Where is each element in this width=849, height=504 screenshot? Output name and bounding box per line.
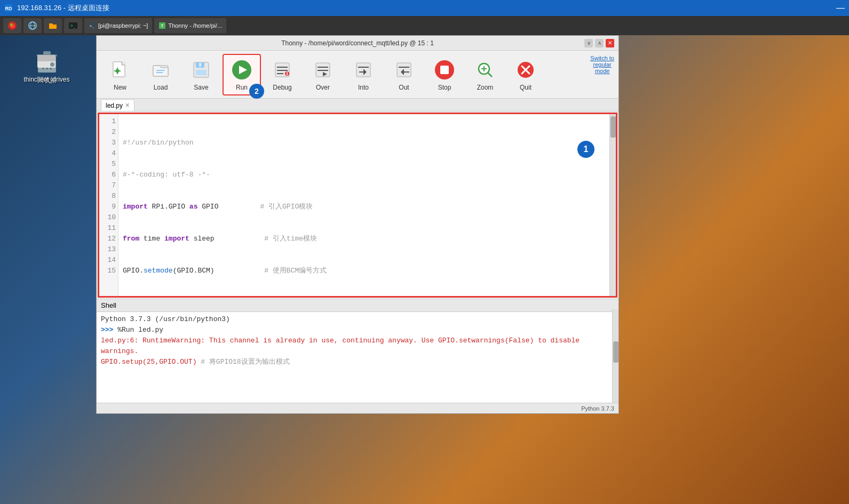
run-button[interactable]: Run 2 [223, 54, 261, 95]
svg-rect-51 [440, 66, 449, 74]
code-lines: #!/usr/bin/python #-*-coding: utf-8 -*- … [118, 114, 616, 298]
svg-rect-20 [37, 55, 55, 61]
editor-scrollbar[interactable] [609, 114, 616, 296]
code-line-4: from time import sleep # 引入time模块 [123, 234, 612, 244]
led-tab-close[interactable]: ✕ [125, 102, 130, 109]
into-icon [352, 58, 375, 82]
shell-header: Shell [97, 299, 618, 312]
raspberry-icon: 🍓 [7, 21, 17, 30]
svg-text:RD: RD [5, 6, 12, 11]
thonny-taskbar-button[interactable]: T Thonny - /home/pi/... [154, 18, 226, 33]
python-version: Python 3.7.3 [581, 405, 614, 412]
shell-content[interactable]: Python 3.7.3 (/usr/bin/python3) >>> %Run… [97, 312, 618, 403]
led-tab-label: led.py [106, 102, 123, 109]
svg-text:T: T [161, 23, 164, 28]
drive-desktop-icon[interactable]: thinclient_drives [21, 46, 72, 85]
load-icon [149, 58, 172, 82]
shell-line-4: GPIO.setup(25,GPIO.OUT) # 将GPIO18设置为输出模式 [101, 357, 614, 367]
code-line-1: #!/usr/bin/python [123, 138, 612, 148]
zoom-icon [473, 58, 497, 82]
out-icon [392, 58, 416, 82]
new-button[interactable]: New [101, 54, 139, 95]
svg-line-53 [488, 73, 492, 77]
thonny-expand-btn[interactable]: ∧ [595, 39, 604, 47]
save-label: Save [194, 84, 208, 91]
svg-rect-31 [196, 70, 207, 75]
run-label: Run [236, 84, 248, 91]
svg-text:🍓: 🍓 [9, 22, 16, 29]
code-line-2: #-*-coding: utf-8 -*- [123, 170, 612, 180]
svg-text:>_: >_ [90, 24, 94, 28]
thonny-window: Thonny - /home/pi/word/connect_mqtt/led.… [96, 35, 619, 414]
folder-button[interactable] [44, 18, 62, 33]
thonny-close-btn[interactable]: ✕ [606, 39, 614, 47]
debug-button[interactable]: Debug [263, 54, 301, 95]
rpi-menu-button[interactable]: 🍓 [3, 18, 21, 33]
rdp-icon: RD [4, 4, 13, 12]
shell-line-1: Python 3.7.3 (/usr/bin/python3) [101, 314, 614, 325]
terminal-button[interactable]: >_ [64, 18, 82, 33]
quit-button[interactable]: Quit [506, 54, 545, 95]
new-icon [108, 58, 132, 82]
shell-panel: Shell Python 3.7.3 (/usr/bin/python3) >>… [97, 299, 618, 403]
over-icon [311, 58, 335, 82]
thonny-titlebar: Thonny - /home/pi/word/connect_mqtt/led.… [97, 36, 618, 51]
out-label: Out [399, 84, 409, 91]
new-label: New [114, 84, 126, 91]
code-line-5: GPIO.setmode(GPIO.BCM) # 使用BCM编号方式 [123, 266, 612, 276]
quit-label: Quit [520, 84, 531, 91]
svg-rect-27 [156, 70, 165, 71]
over-button[interactable]: Over [304, 54, 342, 95]
into-label: Into [358, 84, 369, 91]
svg-text:>_: >_ [70, 23, 76, 28]
rdp-titlebar: RD 192.168.31.26 - 远程桌面连接 — [0, 0, 849, 16]
terminal-session-label: [pi@raspberrypi: ~] [98, 22, 148, 29]
led-tab[interactable]: led.py ✕ [101, 99, 134, 111]
desktop-icons: 回收站 thinclient_drives [0, 35, 93, 87]
minimize-button[interactable]: — [836, 3, 845, 13]
terminal-session-button[interactable]: >_ [pi@raspberrypi: ~] [84, 18, 152, 33]
shell-scrollbar[interactable] [612, 309, 618, 403]
line-numbers: 12345 678910 1112131415 [99, 114, 118, 298]
debug-icon [271, 58, 294, 82]
zoom-button[interactable]: Zoom [466, 54, 504, 95]
debug-label: Debug [273, 84, 291, 91]
thonny-taskbar-label: Thonny - /home/pi/... [168, 22, 222, 29]
terminal2-icon: >_ [89, 22, 96, 29]
over-label: Over [316, 84, 330, 91]
browser-button[interactable] [23, 18, 42, 33]
rdp-title: 192.168.31.26 - 远程桌面连接 [17, 3, 109, 13]
out-button[interactable]: Out [385, 54, 423, 95]
thonny-icon: T [158, 22, 166, 29]
code-tabs: led.py ✕ [97, 99, 618, 111]
save-icon [189, 58, 213, 82]
thonny-toolbar: New Load [97, 51, 618, 99]
stop-label: Stop [438, 84, 451, 91]
code-content: 12345 678910 1112131415 #!/usr/bin/pytho… [99, 114, 616, 298]
save-button[interactable]: Save [182, 54, 220, 95]
svg-rect-28 [156, 72, 163, 73]
thonny-collapse-btn[interactable]: ∨ [584, 39, 593, 47]
switch-mode-link[interactable]: Switch to regular mode [590, 55, 614, 74]
shell-scrollbar-thumb[interactable] [613, 341, 618, 363]
titlebar-buttons: ∨ ∧ ✕ [584, 39, 614, 47]
status-bar: Python 3.7.3 [97, 403, 618, 413]
load-label: Load [154, 84, 168, 91]
svg-rect-32 [199, 63, 201, 67]
run-badge: 2 [249, 84, 264, 99]
code-badge: 1 [577, 141, 594, 158]
folder-icon [48, 21, 58, 30]
thonny-title: Thonny - /home/pi/word/connect_mqtt/led.… [281, 39, 434, 47]
load-button[interactable]: Load [141, 54, 180, 95]
shell-line-3: led.py:6: RuntimeWarning: This channel i… [101, 335, 614, 357]
code-line-3: import RPi.GPIO as GPIO # 引入GPIO模块 [123, 202, 612, 212]
quit-icon [514, 58, 537, 82]
stop-button[interactable]: Stop [425, 54, 464, 95]
terminal-icon: >_ [68, 21, 78, 30]
shell-line-2: >>> %Run led.py [101, 325, 614, 335]
run-icon [230, 58, 253, 82]
rpi-taskbar: 🍓 >_ >_ [pi@raspberrypi: ~] T [0, 16, 849, 35]
into-button[interactable]: Into [344, 54, 383, 95]
editor-scrollbar-thumb[interactable] [610, 116, 616, 138]
code-editor[interactable]: 12345 678910 1112131415 #!/usr/bin/pytho… [98, 113, 617, 298]
